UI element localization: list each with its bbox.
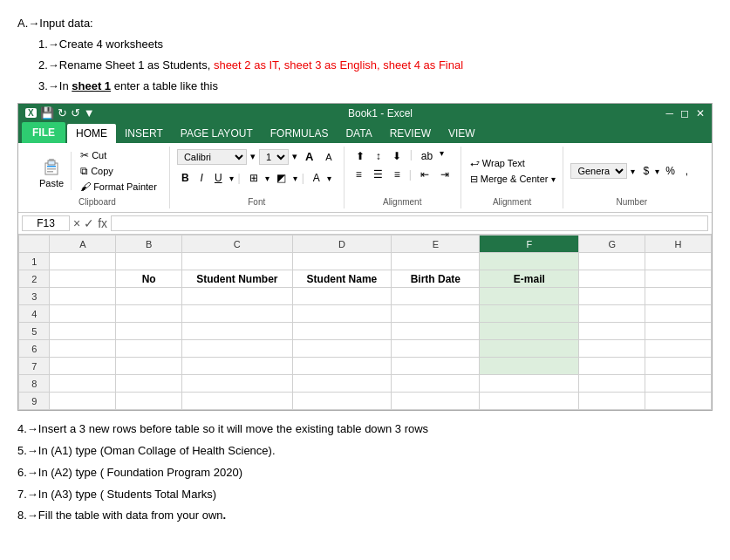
align-middle-btn[interactable]: ↕ <box>372 148 385 164</box>
italic-button[interactable]: I <box>196 170 208 186</box>
cell-c2[interactable]: Student Number <box>182 270 292 288</box>
align-bottom-btn[interactable]: ⬇ <box>388 148 406 164</box>
col-header-e[interactable]: E <box>392 236 480 253</box>
cell-f9[interactable] <box>480 393 579 410</box>
cell-a7[interactable] <box>50 358 116 375</box>
col-header-c[interactable]: C <box>182 236 292 253</box>
cell-f8[interactable] <box>480 375 579 393</box>
minimize-btn[interactable]: ─ <box>665 107 673 120</box>
dropdown-icon[interactable]: ▼ <box>84 106 95 120</box>
col-header-d[interactable]: D <box>292 236 392 253</box>
percent-btn[interactable]: % <box>661 163 679 179</box>
wrap-text-button[interactable]: ⮐ Wrap Text <box>468 157 556 169</box>
cell-g8[interactable] <box>579 375 645 393</box>
cell-a1[interactable] <box>50 253 116 270</box>
tab-insert[interactable]: INSERT <box>116 124 172 143</box>
cell-c4[interactable] <box>182 305 292 323</box>
cell-e4[interactable] <box>392 305 480 323</box>
tab-formulas[interactable]: FORMULAS <box>262 124 338 143</box>
cell-g1[interactable] <box>579 253 645 270</box>
cell-c1[interactable] <box>182 253 292 270</box>
col-header-b[interactable]: B <box>116 236 182 253</box>
cell-d1[interactable] <box>292 253 392 270</box>
cell-b8[interactable] <box>116 375 182 393</box>
save-icon[interactable]: 💾 <box>40 106 54 120</box>
increase-indent-btn[interactable]: ⇥ <box>436 167 454 182</box>
close-btn[interactable]: ✕ <box>696 107 705 120</box>
cell-d3[interactable] <box>292 288 392 305</box>
tab-home[interactable]: HOME <box>67 124 116 143</box>
fill-color-button[interactable]: ◩ <box>272 170 290 186</box>
cell-c5[interactable] <box>182 323 292 340</box>
cell-c7[interactable] <box>182 358 292 375</box>
tab-page-layout[interactable]: PAGE LAYOUT <box>172 124 262 143</box>
align-top-btn[interactable]: ⬆ <box>351 148 369 164</box>
increase-font-btn[interactable]: A <box>301 148 317 165</box>
cell-f4[interactable] <box>480 305 579 323</box>
cell-d7[interactable] <box>292 358 392 375</box>
cell-d4[interactable] <box>292 305 392 323</box>
comma-btn[interactable]: , <box>681 163 692 179</box>
cell-d6[interactable] <box>292 340 392 358</box>
redo-icon[interactable]: ↻ <box>71 106 80 120</box>
font-family-select[interactable]: Calibri <box>177 149 247 165</box>
cell-h9[interactable] <box>645 393 712 410</box>
tab-data[interactable]: DATA <box>337 124 380 143</box>
col-header-f[interactable]: F <box>480 236 579 253</box>
cell-h5[interactable] <box>645 323 712 340</box>
cell-b7[interactable] <box>116 358 182 375</box>
align-center-btn[interactable]: ☰ <box>369 167 387 182</box>
text-angle-btn[interactable]: ab <box>417 148 437 164</box>
cell-h4[interactable] <box>645 305 712 323</box>
cell-f2[interactable]: E-mail <box>480 270 579 288</box>
formula-input-field[interactable] <box>111 215 708 231</box>
restore-btn[interactable]: ◻ <box>680 107 689 120</box>
cell-g7[interactable] <box>579 358 645 375</box>
cell-g3[interactable] <box>579 288 645 305</box>
border-button[interactable]: ⊞ <box>245 170 263 186</box>
cell-c6[interactable] <box>182 340 292 358</box>
cell-b3[interactable] <box>116 288 182 305</box>
cell-b1[interactable] <box>116 253 182 270</box>
cell-e2[interactable]: Birth Date <box>392 270 480 288</box>
cell-e9[interactable] <box>392 393 480 410</box>
merge-arrow[interactable]: ▾ <box>551 174 556 184</box>
cell-g5[interactable] <box>579 323 645 340</box>
cell-c9[interactable] <box>182 393 292 410</box>
cell-f3[interactable] <box>480 288 579 305</box>
decrease-indent-btn[interactable]: ⇤ <box>416 167 433 182</box>
cell-a6[interactable] <box>50 340 116 358</box>
align-left-btn[interactable]: ≡ <box>351 167 366 182</box>
cell-a9[interactable] <box>50 393 116 410</box>
merge-center-button[interactable]: ⊟ Merge & Center <box>468 173 550 186</box>
cell-e6[interactable] <box>392 340 480 358</box>
cell-f7[interactable] <box>480 358 579 375</box>
col-header-a[interactable]: A <box>50 236 116 253</box>
cell-a5[interactable] <box>50 323 116 340</box>
copy-button[interactable]: ⧉ Copy <box>78 164 159 178</box>
cell-b4[interactable] <box>116 305 182 323</box>
cell-h3[interactable] <box>645 288 712 305</box>
underline-button[interactable]: U <box>210 170 227 186</box>
cut-button[interactable]: ✂ Cut <box>78 148 159 162</box>
cell-h1[interactable] <box>645 253 712 270</box>
font-color-button[interactable]: A <box>309 170 324 186</box>
col-header-h[interactable]: H <box>645 236 712 253</box>
cell-d2[interactable]: Student Name <box>292 270 392 288</box>
font-size-select[interactable]: 11 <box>259 149 289 165</box>
formula-confirm-icon[interactable]: ✓ <box>84 216 94 230</box>
bold-button[interactable]: B <box>177 170 194 186</box>
cell-a4[interactable] <box>50 305 116 323</box>
cell-f5[interactable] <box>480 323 579 340</box>
cell-a2[interactable] <box>50 270 116 288</box>
cell-e8[interactable] <box>392 375 480 393</box>
cell-c3[interactable] <box>182 288 292 305</box>
cell-b9[interactable] <box>116 393 182 410</box>
cell-h2[interactable] <box>645 270 712 288</box>
format-painter-button[interactable]: 🖌 Format Painter <box>78 180 159 194</box>
cell-a8[interactable] <box>50 375 116 393</box>
cell-e1[interactable] <box>392 253 480 270</box>
cell-e7[interactable] <box>392 358 480 375</box>
cell-e5[interactable] <box>392 323 480 340</box>
tab-file[interactable]: FILE <box>22 122 65 143</box>
